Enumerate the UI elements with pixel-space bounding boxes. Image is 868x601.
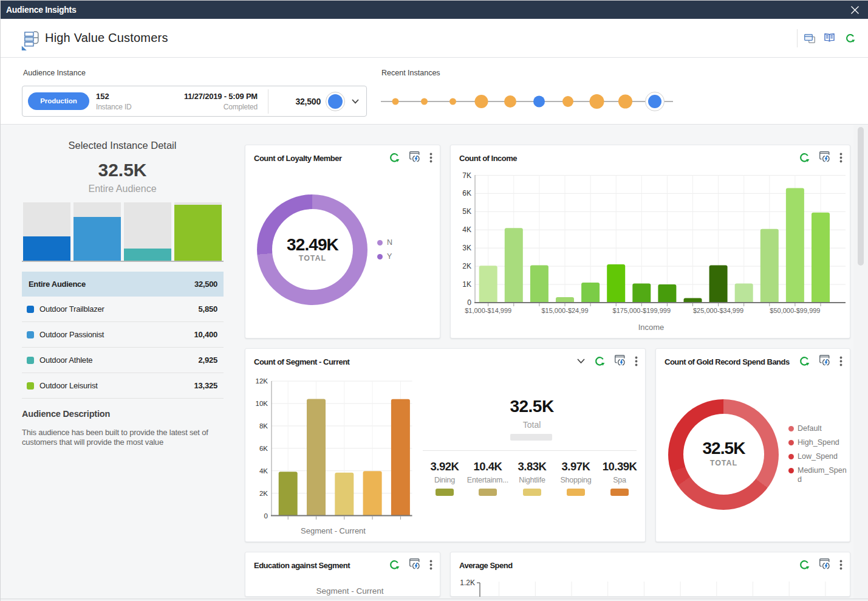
svg-text:10K: 10K: [256, 400, 268, 407]
svg-text:$50,000-$99,999: $50,000-$99,999: [770, 307, 820, 314]
svg-text:1K: 1K: [462, 280, 471, 289]
svg-text:4K: 4K: [462, 225, 471, 234]
svg-text:6K: 6K: [259, 445, 268, 452]
svg-text:2K: 2K: [462, 262, 471, 270]
svg-text:4K: 4K: [259, 467, 268, 475]
svg-text:$1,000-$14,999: $1,000-$14,999: [465, 307, 511, 314]
svg-text:5K: 5K: [462, 207, 471, 216]
svg-text:$15,000-$24,99: $15,000-$24,99: [541, 307, 588, 314]
svg-text:Segment - Current: Segment - Current: [301, 526, 366, 535]
svg-text:Income: Income: [638, 323, 665, 332]
svg-text:7K: 7K: [462, 171, 471, 180]
svg-text:0: 0: [264, 512, 268, 520]
svg-text:$175,000-$199,999: $175,000-$199,999: [613, 307, 671, 314]
svg-text:6K: 6K: [462, 189, 471, 197]
svg-text:8K: 8K: [259, 422, 268, 430]
svg-text:12K: 12K: [256, 377, 268, 385]
svg-text:2K: 2K: [259, 490, 268, 497]
svg-text:1.2K: 1.2K: [460, 579, 475, 587]
svg-text:$25,000-$34,999: $25,000-$34,999: [693, 307, 743, 314]
svg-text:0: 0: [467, 298, 471, 307]
svg-text:3K: 3K: [462, 244, 471, 252]
